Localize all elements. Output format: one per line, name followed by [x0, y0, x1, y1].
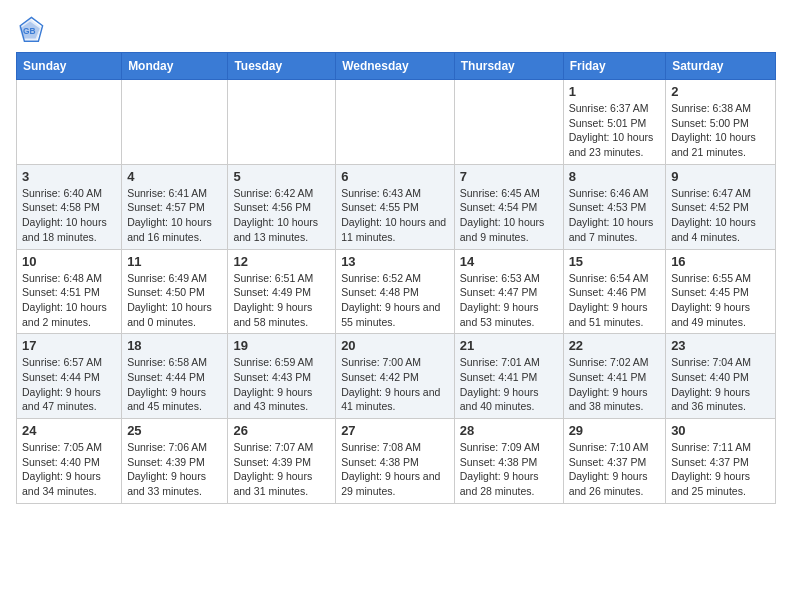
day-cell: 22Sunrise: 7:02 AM Sunset: 4:41 PM Dayli… — [563, 334, 666, 419]
day-number: 6 — [341, 169, 449, 184]
day-cell — [454, 80, 563, 165]
day-number: 21 — [460, 338, 558, 353]
day-info: Sunrise: 6:52 AM Sunset: 4:48 PM Dayligh… — [341, 271, 449, 330]
day-number: 13 — [341, 254, 449, 269]
day-info: Sunrise: 6:43 AM Sunset: 4:55 PM Dayligh… — [341, 186, 449, 245]
day-cell: 27Sunrise: 7:08 AM Sunset: 4:38 PM Dayli… — [336, 419, 455, 504]
header-row: SundayMondayTuesdayWednesdayThursdayFrid… — [17, 53, 776, 80]
day-number: 20 — [341, 338, 449, 353]
day-info: Sunrise: 6:37 AM Sunset: 5:01 PM Dayligh… — [569, 101, 661, 160]
day-number: 23 — [671, 338, 770, 353]
day-info: Sunrise: 6:48 AM Sunset: 4:51 PM Dayligh… — [22, 271, 116, 330]
calendar-table: SundayMondayTuesdayWednesdayThursdayFrid… — [16, 52, 776, 504]
week-row-2: 3Sunrise: 6:40 AM Sunset: 4:58 PM Daylig… — [17, 164, 776, 249]
day-info: Sunrise: 6:47 AM Sunset: 4:52 PM Dayligh… — [671, 186, 770, 245]
day-info: Sunrise: 7:10 AM Sunset: 4:37 PM Dayligh… — [569, 440, 661, 499]
day-info: Sunrise: 6:54 AM Sunset: 4:46 PM Dayligh… — [569, 271, 661, 330]
day-cell: 12Sunrise: 6:51 AM Sunset: 4:49 PM Dayli… — [228, 249, 336, 334]
day-number: 27 — [341, 423, 449, 438]
day-number: 2 — [671, 84, 770, 99]
day-cell: 6Sunrise: 6:43 AM Sunset: 4:55 PM Daylig… — [336, 164, 455, 249]
column-header-sunday: Sunday — [17, 53, 122, 80]
day-cell — [228, 80, 336, 165]
day-info: Sunrise: 7:05 AM Sunset: 4:40 PM Dayligh… — [22, 440, 116, 499]
day-info: Sunrise: 7:11 AM Sunset: 4:37 PM Dayligh… — [671, 440, 770, 499]
day-cell: 1Sunrise: 6:37 AM Sunset: 5:01 PM Daylig… — [563, 80, 666, 165]
day-cell: 19Sunrise: 6:59 AM Sunset: 4:43 PM Dayli… — [228, 334, 336, 419]
day-cell: 9Sunrise: 6:47 AM Sunset: 4:52 PM Daylig… — [666, 164, 776, 249]
day-cell: 11Sunrise: 6:49 AM Sunset: 4:50 PM Dayli… — [122, 249, 228, 334]
day-info: Sunrise: 6:45 AM Sunset: 4:54 PM Dayligh… — [460, 186, 558, 245]
week-row-4: 17Sunrise: 6:57 AM Sunset: 4:44 PM Dayli… — [17, 334, 776, 419]
day-cell: 5Sunrise: 6:42 AM Sunset: 4:56 PM Daylig… — [228, 164, 336, 249]
column-header-tuesday: Tuesday — [228, 53, 336, 80]
column-header-monday: Monday — [122, 53, 228, 80]
column-header-saturday: Saturday — [666, 53, 776, 80]
day-number: 8 — [569, 169, 661, 184]
column-header-wednesday: Wednesday — [336, 53, 455, 80]
day-info: Sunrise: 7:04 AM Sunset: 4:40 PM Dayligh… — [671, 355, 770, 414]
day-number: 26 — [233, 423, 330, 438]
day-info: Sunrise: 6:49 AM Sunset: 4:50 PM Dayligh… — [127, 271, 222, 330]
day-number: 17 — [22, 338, 116, 353]
day-info: Sunrise: 7:09 AM Sunset: 4:38 PM Dayligh… — [460, 440, 558, 499]
day-info: Sunrise: 6:41 AM Sunset: 4:57 PM Dayligh… — [127, 186, 222, 245]
week-row-5: 24Sunrise: 7:05 AM Sunset: 4:40 PM Dayli… — [17, 419, 776, 504]
day-cell — [17, 80, 122, 165]
day-cell: 30Sunrise: 7:11 AM Sunset: 4:37 PM Dayli… — [666, 419, 776, 504]
day-number: 25 — [127, 423, 222, 438]
day-info: Sunrise: 7:06 AM Sunset: 4:39 PM Dayligh… — [127, 440, 222, 499]
day-cell: 10Sunrise: 6:48 AM Sunset: 4:51 PM Dayli… — [17, 249, 122, 334]
day-cell: 20Sunrise: 7:00 AM Sunset: 4:42 PM Dayli… — [336, 334, 455, 419]
day-info: Sunrise: 6:53 AM Sunset: 4:47 PM Dayligh… — [460, 271, 558, 330]
day-info: Sunrise: 7:02 AM Sunset: 4:41 PM Dayligh… — [569, 355, 661, 414]
day-info: Sunrise: 7:08 AM Sunset: 4:38 PM Dayligh… — [341, 440, 449, 499]
day-number: 22 — [569, 338, 661, 353]
day-cell: 16Sunrise: 6:55 AM Sunset: 4:45 PM Dayli… — [666, 249, 776, 334]
day-info: Sunrise: 6:58 AM Sunset: 4:44 PM Dayligh… — [127, 355, 222, 414]
week-row-3: 10Sunrise: 6:48 AM Sunset: 4:51 PM Dayli… — [17, 249, 776, 334]
day-number: 28 — [460, 423, 558, 438]
day-info: Sunrise: 6:59 AM Sunset: 4:43 PM Dayligh… — [233, 355, 330, 414]
day-cell: 26Sunrise: 7:07 AM Sunset: 4:39 PM Dayli… — [228, 419, 336, 504]
day-number: 16 — [671, 254, 770, 269]
day-number: 30 — [671, 423, 770, 438]
day-number: 5 — [233, 169, 330, 184]
day-number: 15 — [569, 254, 661, 269]
day-cell: 2Sunrise: 6:38 AM Sunset: 5:00 PM Daylig… — [666, 80, 776, 165]
day-cell: 17Sunrise: 6:57 AM Sunset: 4:44 PM Dayli… — [17, 334, 122, 419]
day-number: 4 — [127, 169, 222, 184]
day-cell: 24Sunrise: 7:05 AM Sunset: 4:40 PM Dayli… — [17, 419, 122, 504]
day-info: Sunrise: 6:40 AM Sunset: 4:58 PM Dayligh… — [22, 186, 116, 245]
logo-icon: GB — [16, 16, 44, 44]
day-info: Sunrise: 6:51 AM Sunset: 4:49 PM Dayligh… — [233, 271, 330, 330]
day-cell: 15Sunrise: 6:54 AM Sunset: 4:46 PM Dayli… — [563, 249, 666, 334]
week-row-1: 1Sunrise: 6:37 AM Sunset: 5:01 PM Daylig… — [17, 80, 776, 165]
calendar-header: SundayMondayTuesdayWednesdayThursdayFrid… — [17, 53, 776, 80]
day-number: 10 — [22, 254, 116, 269]
day-info: Sunrise: 7:07 AM Sunset: 4:39 PM Dayligh… — [233, 440, 330, 499]
day-number: 24 — [22, 423, 116, 438]
day-cell: 7Sunrise: 6:45 AM Sunset: 4:54 PM Daylig… — [454, 164, 563, 249]
day-info: Sunrise: 7:01 AM Sunset: 4:41 PM Dayligh… — [460, 355, 558, 414]
day-cell: 13Sunrise: 6:52 AM Sunset: 4:48 PM Dayli… — [336, 249, 455, 334]
day-number: 29 — [569, 423, 661, 438]
day-number: 14 — [460, 254, 558, 269]
svg-text:GB: GB — [23, 26, 36, 36]
day-cell: 28Sunrise: 7:09 AM Sunset: 4:38 PM Dayli… — [454, 419, 563, 504]
day-cell: 23Sunrise: 7:04 AM Sunset: 4:40 PM Dayli… — [666, 334, 776, 419]
day-cell: 3Sunrise: 6:40 AM Sunset: 4:58 PM Daylig… — [17, 164, 122, 249]
day-number: 18 — [127, 338, 222, 353]
day-number: 11 — [127, 254, 222, 269]
day-info: Sunrise: 7:00 AM Sunset: 4:42 PM Dayligh… — [341, 355, 449, 414]
day-number: 1 — [569, 84, 661, 99]
day-info: Sunrise: 6:46 AM Sunset: 4:53 PM Dayligh… — [569, 186, 661, 245]
day-cell — [122, 80, 228, 165]
logo: GB — [16, 16, 48, 44]
day-number: 9 — [671, 169, 770, 184]
calendar-body: 1Sunrise: 6:37 AM Sunset: 5:01 PM Daylig… — [17, 80, 776, 504]
column-header-friday: Friday — [563, 53, 666, 80]
day-number: 3 — [22, 169, 116, 184]
day-cell: 25Sunrise: 7:06 AM Sunset: 4:39 PM Dayli… — [122, 419, 228, 504]
day-cell: 14Sunrise: 6:53 AM Sunset: 4:47 PM Dayli… — [454, 249, 563, 334]
